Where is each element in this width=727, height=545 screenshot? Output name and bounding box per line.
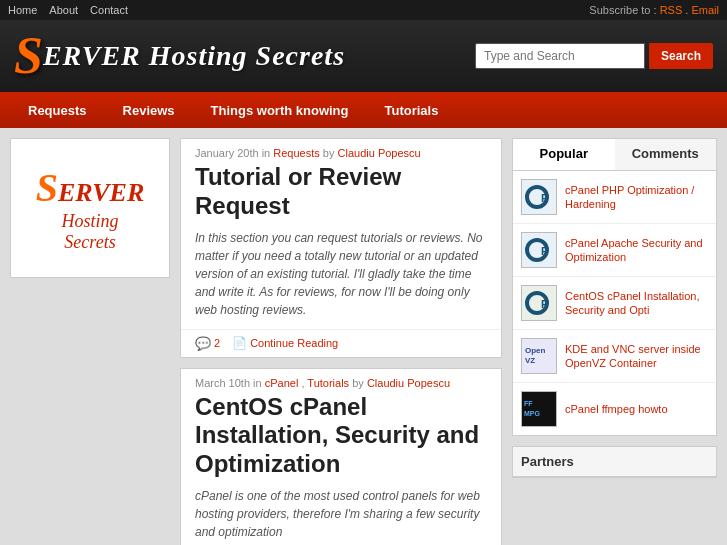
sidebar-tabs: Popular Comments <box>513 139 716 171</box>
subscribe-area: Subscribe to : RSS . Email <box>589 4 719 16</box>
left-sidebar: SERVER Hosting Secrets <box>10 138 170 545</box>
doc-icon: 📄 <box>232 336 247 350</box>
post-2-author[interactable]: Claudiu Popescu <box>367 377 450 389</box>
nav-item-tutorials[interactable]: Tutorials <box>367 92 457 128</box>
nav-item-things-worth-knowing[interactable]: Things worth knowing <box>193 92 367 128</box>
post-2-title: CentOS cPanel Installation, Security and… <box>181 389 501 487</box>
top-bar: Home About Contact Subscribe to : RSS . … <box>0 0 727 20</box>
search-input[interactable] <box>475 43 645 69</box>
svg-text:Open: Open <box>525 346 546 355</box>
popular-item-2: P cPanel Apache Security and Optimizatio… <box>513 224 716 277</box>
continue-reading-link-1[interactable]: 📄 Continue Reading <box>232 336 338 350</box>
post-2-category2[interactable]: Tutorials <box>307 377 349 389</box>
popular-item-3: P CentOS cPanel Installation, Security a… <box>513 277 716 330</box>
left-logo-s: SERVER <box>36 169 145 209</box>
post-2-category[interactable]: cPanel <box>265 377 299 389</box>
svg-text:MPG: MPG <box>524 410 541 417</box>
email-link[interactable]: Email <box>691 4 719 16</box>
post-card-2: March 10th in cPanel , Tutorials by Clau… <box>180 368 502 545</box>
popular-link-3[interactable]: CentOS cPanel Installation, Security and… <box>565 289 708 318</box>
nav-item-reviews[interactable]: Reviews <box>105 92 193 128</box>
post-2-date: March 10th <box>195 377 250 389</box>
top-navigation: Home About Contact <box>8 4 128 16</box>
rss-link[interactable]: RSS <box>660 4 683 16</box>
main-navigation: Requests Reviews Things worth knowing Tu… <box>0 92 727 128</box>
post-2-meta: March 10th in cPanel , Tutorials by Clau… <box>181 369 501 389</box>
post-1-title: Tutorial or Review Request <box>181 159 501 229</box>
post-card-1: January 20th in Requests by Claudiu Pope… <box>180 138 502 358</box>
popular-box: Popular Comments P cPanel PHP Optimizati… <box>512 138 717 436</box>
partners-title: Partners <box>513 447 716 477</box>
popular-item-1: P cPanel PHP Optimization / Hardening <box>513 171 716 224</box>
post-1-comments: 💬 2 <box>195 336 220 351</box>
nav-about[interactable]: About <box>49 4 78 16</box>
comment-count-link[interactable]: 2 <box>214 337 220 349</box>
svg-text:VZ: VZ <box>525 356 535 365</box>
popular-thumb-2: P <box>521 232 557 268</box>
subscribe-label: Subscribe to : <box>589 4 656 16</box>
popular-link-1[interactable]: cPanel PHP Optimization / Hardening <box>565 183 708 212</box>
tab-comments[interactable]: Comments <box>615 139 717 170</box>
svg-text:P: P <box>541 245 548 257</box>
nav-contact[interactable]: Contact <box>90 4 128 16</box>
popular-thumb-3: P <box>521 285 557 321</box>
popular-thumb-5: FF MPG <box>521 391 557 427</box>
post-1-footer: 💬 2 📄 Continue Reading <box>181 329 501 357</box>
post-1-category[interactable]: Requests <box>273 147 319 159</box>
main-wrapper: SERVER Hosting Secrets January 20th in R… <box>0 128 727 545</box>
nav-item-requests[interactable]: Requests <box>10 92 105 128</box>
svg-text:P: P <box>541 192 548 204</box>
left-logo-box: SERVER Hosting Secrets <box>10 138 170 278</box>
tab-popular[interactable]: Popular <box>513 139 615 170</box>
popular-link-5[interactable]: cPanel ffmpeg howto <box>565 402 668 416</box>
svg-rect-12 <box>522 392 556 426</box>
post-1-excerpt: In this section you can request tutorial… <box>181 229 501 329</box>
left-logo-display: SERVER Hosting Secrets <box>36 164 145 253</box>
popular-link-2[interactable]: cPanel Apache Security and Optimization <box>565 236 708 265</box>
search-area: Search <box>475 43 713 69</box>
svg-text:FF: FF <box>524 400 533 407</box>
left-logo-secrets: Secrets <box>36 232 145 253</box>
svg-text:P: P <box>541 298 548 310</box>
search-button[interactable]: Search <box>649 43 713 69</box>
bubble-icon: 💬 <box>195 336 211 351</box>
post-2-excerpt: cPanel is one of the most used control p… <box>181 487 501 545</box>
post-1-date: January 20th <box>195 147 259 159</box>
popular-thumb-4: Open VZ <box>521 338 557 374</box>
popular-link-4[interactable]: KDE and VNC server inside OpenVZ Contain… <box>565 342 708 371</box>
left-logo-hosting: Hosting <box>36 211 145 232</box>
logo-s: S <box>14 30 43 82</box>
site-logo: S ERVER Hosting Secrets <box>14 30 345 82</box>
post-1-meta: January 20th in Requests by Claudiu Pope… <box>181 139 501 159</box>
popular-item-4: Open VZ KDE and VNC server inside OpenVZ… <box>513 330 716 383</box>
popular-item-5: FF MPG cPanel ffmpeg howto <box>513 383 716 435</box>
site-header: S ERVER Hosting Secrets Search <box>0 20 727 92</box>
post-1-author[interactable]: Claudiu Popescu <box>338 147 421 159</box>
content-area: January 20th in Requests by Claudiu Pope… <box>180 138 502 545</box>
logo-text: ERVER Hosting Secrets <box>43 40 345 72</box>
nav-home[interactable]: Home <box>8 4 37 16</box>
right-sidebar: Popular Comments P cPanel PHP Optimizati… <box>512 138 717 545</box>
popular-thumb-1: P <box>521 179 557 215</box>
partners-box: Partners <box>512 446 717 478</box>
